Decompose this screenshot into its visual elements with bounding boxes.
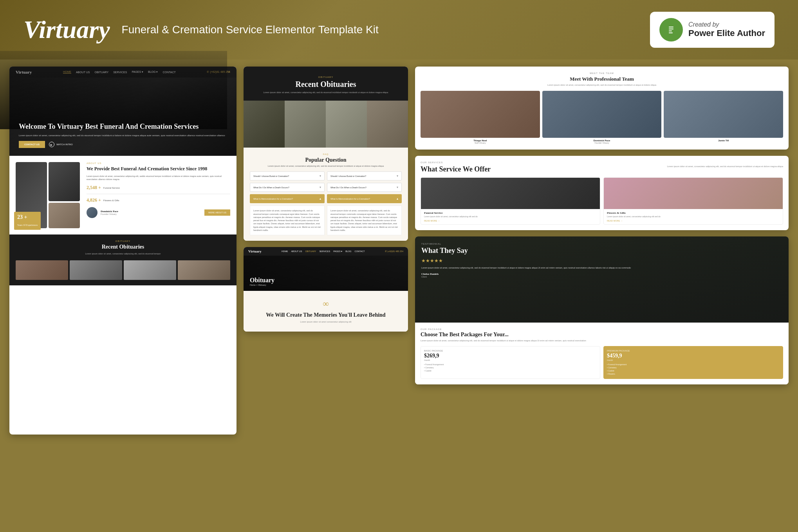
stat-flowers-label: Flowers & Gifts — [103, 199, 119, 202]
about-images: 23 + Years Of Experiences — [16, 162, 80, 228]
founder-avatar — [87, 207, 97, 218]
memories-icon: ∞ — [250, 299, 402, 309]
years-number: 23 + — [17, 214, 38, 220]
svg-rect-2 — [669, 29, 673, 29]
mid-top-card: OBITUARY Recent Obituaries Lorem ipsum d… — [244, 67, 408, 241]
nav-blog[interactable]: BLOG ▾ — [148, 70, 158, 74]
premium-price-period: /month — [607, 359, 780, 361]
brand-title: Virtuary — [23, 15, 110, 44]
founder-name: Dominick Pace — [101, 210, 201, 213]
team-photos-grid: Thiago Noel Staff Virtuary Dominick Pace… — [421, 91, 783, 144]
obit-page-title-area: Obituary Home > Obituary — [250, 277, 274, 286]
about-img-bottom-right — [49, 203, 80, 228]
faq-item-2[interactable]: Should I choose Burial or Cremation? ▾ — [327, 171, 402, 180]
hero-buttons: CONTACT US ▶ WATCH INTRO — [19, 141, 225, 148]
brand-subtitle: Funeral & Cremation Service Elementor Te… — [122, 23, 379, 36]
service-funeral-name: Funeral Service — [424, 211, 597, 215]
obit-nav-home[interactable]: HOME — [282, 250, 288, 252]
faq-chevron-2: ▾ — [397, 174, 398, 178]
about-content: ABOUT US We Provide Best Funeral And Cre… — [87, 162, 230, 228]
obit-img-4 — [178, 260, 230, 280]
obit-subtitle: Lorem ipsum dolor sit amet, consectetur … — [251, 91, 400, 94]
testimonial-role: Client — [421, 276, 782, 278]
team-member-2: Dominick Pace Founder Virtuary — [542, 91, 662, 144]
faq-questions-grid: Should I choose Burial or Cremation? ▾ S… — [250, 171, 402, 203]
basic-price-amount: $269,9 — [424, 353, 597, 359]
about-section: 23 + Years Of Experiences ABOUT US We Pr… — [9, 156, 237, 234]
obit-heading: Recent Obituaries — [251, 80, 400, 89]
faq-chevron-5: ▴ — [320, 197, 321, 200]
about-text: Lorem ipsum dolor sit amet, consectetur … — [87, 175, 230, 181]
faq-item-1[interactable]: Should I choose Burial or Cremation? ▾ — [250, 171, 325, 180]
header-banner: Virtuary Funeral & Cremation Service Ele… — [0, 0, 798, 60]
stat-funeral-number: 2,548 + — [87, 185, 101, 191]
faq-item-6[interactable]: What Is Memorialization for a Cremation?… — [327, 194, 402, 203]
nav-logo: Virtuary — [16, 70, 32, 74]
more-about-us-button[interactable]: MORE ABOUT US — [204, 209, 230, 216]
nav-links: HOME ABOUT US OBITUARY SERVICES PAGES ▾ … — [63, 70, 176, 74]
obit-nav-phone: ✆ (+62)81 485 254 — [385, 250, 403, 252]
pricing-cards-grid: Basic Package $269,9 /month • Funeral Ar… — [421, 346, 783, 379]
services-heading: What Service We Offer — [421, 165, 491, 173]
nav-pages[interactable]: PAGES ▾ — [132, 70, 143, 74]
obit-portrait-3 — [326, 101, 367, 148]
obituary-images-row — [16, 260, 230, 280]
nav-services[interactable]: SERVICES — [113, 71, 127, 74]
play-icon: ▶ — [49, 142, 54, 147]
testimonial-pricing-card: TESTIMONIAL What They Say ★★★★★ Lorem ip… — [415, 236, 789, 385]
faq-q1: Should I choose Burial or Cremation? — [253, 175, 289, 177]
faq-chevron-3: ▾ — [320, 186, 321, 189]
nav-home[interactable]: HOME — [63, 70, 71, 74]
faq-q2: Should I choose Burial or Cremation? — [330, 175, 366, 177]
premium-plan-label: Premium Package — [607, 350, 780, 352]
obit-portraits-row — [244, 101, 408, 148]
about-tag: ABOUT US — [87, 162, 230, 164]
stat-divider — [87, 194, 230, 194]
faq-q5: What Is Memorialization for a Cremation? — [253, 198, 293, 200]
testimonial-author: Chelso Daniels — [421, 272, 782, 276]
service-flowers-link[interactable]: READ MORE → — [607, 220, 780, 222]
nav-obituary[interactable]: OBITUARY — [95, 71, 109, 74]
stat-flowers-number: 4,826 + — [87, 197, 101, 203]
contact-us-button[interactable]: CONTACT US — [19, 141, 45, 148]
nav-about[interactable]: ABOUT US — [76, 71, 90, 74]
obit-nav-obituary[interactable]: OBITUARY — [305, 250, 316, 252]
right-column: MEET THE TEAM Meet With Professional Tea… — [415, 67, 789, 435]
main-content: Virtuary HOME ABOUT US OBITUARY SERVICES… — [0, 60, 798, 442]
obit-nav-blog[interactable]: BLOG — [345, 250, 351, 252]
faq-q4: What Do I Do When a Death Occurs? — [330, 186, 367, 189]
obit-img-2 — [70, 260, 122, 280]
service-funeral-img — [421, 178, 600, 209]
team-photo-img-2 — [542, 91, 662, 138]
faq-q3: What Do I Do When a Death Occurs? — [253, 186, 289, 189]
pricing-tag: OUR PACKAGE — [421, 328, 783, 330]
hero-content: Welcome To Virtuary Best Funeral And Cre… — [19, 122, 225, 148]
services-desc: Lorem ipsum dolor sit amet, consectetur … — [667, 165, 783, 168]
watch-intro-button[interactable]: ▶ WATCH INTRO — [49, 142, 73, 147]
pricing-desc: Lorem ipsum dolor sit amet, consectetur … — [421, 339, 783, 343]
obit-nav-services[interactable]: SERVICES — [319, 250, 330, 252]
obit-breadcrumb: Home > Obituary — [250, 284, 274, 286]
obit-nav-about[interactable]: ABOUT US — [291, 250, 302, 252]
author-text: Created by Power Elite Author — [688, 21, 765, 38]
services-header: What Service We Offer Lorem ipsum dolor … — [421, 165, 783, 173]
obit-nav-contact[interactable]: CONTACT — [355, 250, 365, 252]
team-member-name-3: Jamie Till — [664, 139, 783, 142]
faq-item-4[interactable]: What Do I Do When a Death Occurs? ▾ — [327, 183, 402, 192]
nav-contact[interactable]: CONTACT — [162, 71, 175, 74]
obit-portrait-2 — [285, 101, 326, 148]
faq-item-5[interactable]: What Is Memorialization for a Cremation?… — [250, 194, 325, 203]
founder-row: Dominick Pace Founder Virtuary MORE ABOU… — [87, 207, 230, 218]
faq-item-3[interactable]: What Do I Do When a Death Occurs? ▾ — [250, 183, 325, 192]
service-funeral-desc: Lorem ipsum dolor sit amet, consectetur … — [424, 215, 597, 218]
stats-row: 2,548 + Funeral Service 4,826 + Flowers … — [87, 185, 230, 203]
service-funeral-link[interactable]: READ MORE → — [424, 220, 597, 222]
founder-info: Dominick Pace Founder Virtuary — [101, 210, 201, 215]
service-flowers-img — [604, 178, 783, 209]
stars: ★★★★★ — [421, 258, 782, 264]
obit-nav-links: HOME ABOUT US OBITUARY SERVICES PAGES ▾ … — [282, 250, 365, 252]
mid-bottom-card: Virtuary HOME ABOUT US OBITUARY SERVICES… — [244, 247, 408, 332]
team-heading: Meet With Professional Team — [421, 76, 783, 82]
obituary-tag: OBITUARY — [16, 240, 230, 242]
obit-nav-pages[interactable]: PAGES ▾ — [333, 250, 342, 252]
